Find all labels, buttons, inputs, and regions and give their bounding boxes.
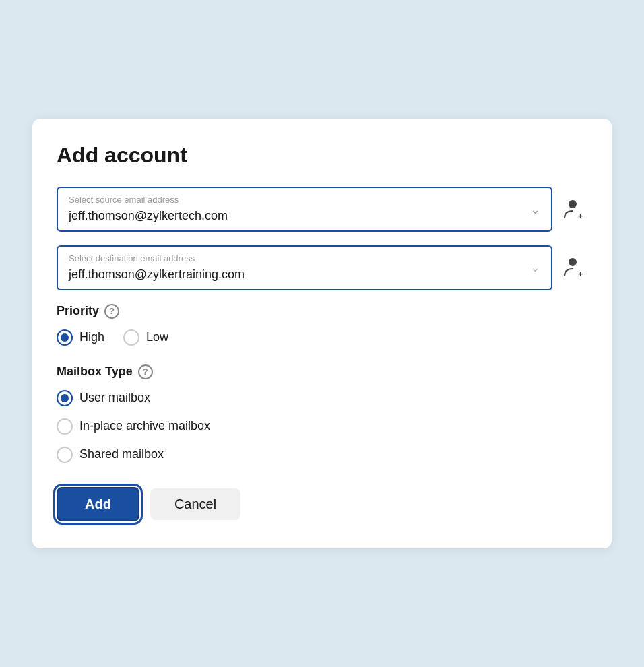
destination-chevron-icon: ⌄ — [530, 260, 540, 275]
add-source-user-button[interactable]: + — [560, 196, 587, 223]
priority-low-radio[interactable] — [123, 329, 139, 346]
mailbox-user-option[interactable]: User mailbox — [57, 390, 587, 406]
button-row: Add Cancel — [57, 487, 587, 521]
add-button[interactable]: Add — [57, 487, 139, 521]
svg-text:+: + — [578, 211, 583, 220]
source-email-value: jeff.thomson@zylkertech.com — [69, 208, 517, 224]
mailbox-user-radio[interactable] — [57, 390, 73, 406]
svg-text:+: + — [578, 269, 583, 279]
mailbox-archive-option[interactable]: In-place archive mailbox — [57, 418, 587, 435]
mailbox-type-help-icon[interactable]: ? — [138, 364, 153, 379]
priority-high-radio[interactable] — [57, 329, 73, 346]
mailbox-archive-radio[interactable] — [57, 418, 73, 435]
priority-high-label: High — [79, 330, 104, 344]
priority-low-option[interactable]: Low — [123, 329, 168, 346]
mailbox-type-radio-group: User mailbox In-place archive mailbox Sh… — [57, 390, 587, 463]
priority-high-option[interactable]: High — [57, 329, 104, 346]
dialog-title: Add account — [57, 143, 587, 168]
priority-help-icon[interactable]: ? — [104, 304, 119, 319]
source-email-placeholder: Select source email address — [69, 195, 517, 205]
mailbox-user-label: User mailbox — [79, 391, 150, 405]
mailbox-type-section-label: Mailbox Type ? — [57, 364, 587, 379]
mailbox-archive-label: In-place archive mailbox — [79, 419, 210, 433]
mailbox-shared-option[interactable]: Shared mailbox — [57, 447, 587, 463]
add-destination-user-button[interactable]: + — [560, 254, 587, 281]
priority-low-label: Low — [146, 330, 168, 344]
source-email-row: Select source email address jeff.thomson… — [57, 187, 587, 232]
cancel-button[interactable]: Cancel — [150, 488, 240, 520]
mailbox-shared-label: Shared mailbox — [79, 447, 164, 462]
add-account-dialog: Add account Select source email address … — [32, 119, 612, 548]
mailbox-shared-radio[interactable] — [57, 447, 73, 463]
destination-email-row: Select destination email address jeff.th… — [57, 245, 587, 290]
destination-email-value: jeff.thomson@zylkertraining.com — [69, 267, 517, 282]
source-chevron-icon: ⌄ — [530, 202, 540, 217]
destination-email-placeholder: Select destination email address — [69, 253, 517, 264]
source-email-dropdown[interactable]: Select source email address jeff.thomson… — [57, 187, 552, 232]
priority-radio-group: High Low — [57, 329, 587, 346]
destination-email-dropdown[interactable]: Select destination email address jeff.th… — [57, 245, 552, 290]
priority-section-label: Priority ? — [57, 304, 587, 319]
